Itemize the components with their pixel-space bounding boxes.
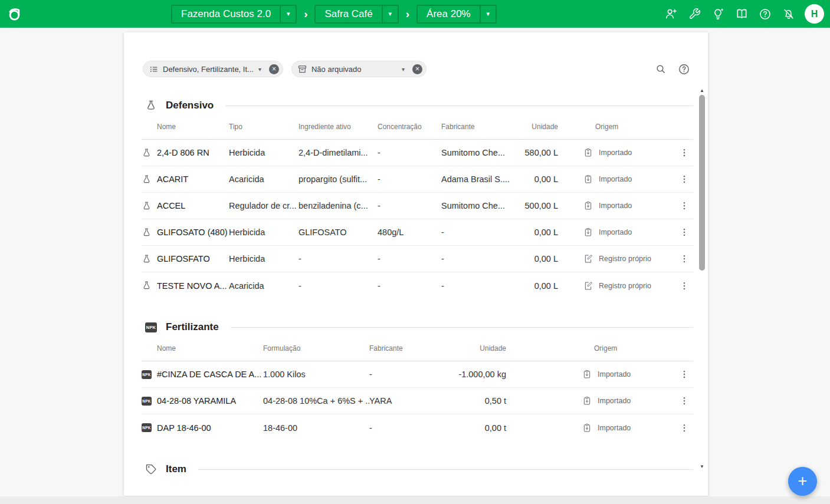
origin-label: Registro próprio	[599, 282, 651, 290]
column-header: Fabricante	[441, 123, 512, 131]
origin-label: Importado	[599, 202, 632, 210]
chevron-down-icon[interactable]: ▾	[280, 6, 296, 22]
own-record-icon	[583, 281, 593, 291]
season-selector[interactable]: Safra Café ▾	[314, 5, 398, 24]
add-input-fab[interactable]: +	[788, 467, 817, 496]
origin-cell: Importado	[581, 396, 670, 406]
page-help-button[interactable]	[676, 61, 691, 77]
table-row[interactable]: ACCELRegulador de cr...benziladenina (c.…	[142, 193, 693, 219]
cell: -	[298, 281, 378, 291]
filter-chip-category[interactable]: Defensivo, Fertilizante, It... ▾ ×	[143, 61, 283, 77]
cell: -	[378, 174, 441, 184]
cell: -	[369, 423, 451, 433]
flask-icon	[142, 174, 157, 185]
origin-label: Importado	[598, 397, 631, 405]
sections-container: DefensivoNomeTipoIngrediente ativoConcen…	[124, 100, 708, 475]
table-row[interactable]: GLIFOSATO (480)HerbicidaGLIFOSATO480g/L-…	[142, 219, 693, 246]
cell: Herbicida	[229, 254, 298, 263]
cell: Regulador de cr...	[229, 201, 298, 210]
column-header: Nome	[157, 123, 229, 131]
knowledge-base-button[interactable]	[734, 6, 749, 22]
farm-selector-label: Fazenda Custos 2.0	[172, 6, 280, 22]
suggestions-button[interactable]	[710, 6, 726, 22]
row-menu-button[interactable]	[675, 227, 693, 238]
cell: -	[378, 281, 441, 291]
import-icon	[582, 396, 592, 406]
help-icon	[759, 8, 772, 21]
import-icon	[583, 148, 593, 157]
table-row[interactable]: NPK04-28-08 YARAMILA04-28-08 10%Ca + 6%S…	[142, 388, 693, 414]
row-menu-button[interactable]	[675, 423, 693, 433]
table-row[interactable]: NPK#CINZA DE CASCA DE A...1.000 Kilos--1…	[142, 361, 693, 388]
book-icon	[735, 7, 749, 21]
origin-cell: Importado	[582, 201, 671, 210]
chevron-down-icon[interactable]: ▾	[382, 6, 398, 22]
cell: Acaricida	[229, 174, 298, 184]
cell: -	[298, 254, 378, 263]
section-divider	[198, 469, 693, 470]
origin-cell: Registro próprio	[582, 254, 671, 263]
table-row[interactable]: 2,4-D 806 RNHerbicida2,4-D-dimetilami...…	[142, 140, 693, 166]
row-menu-button[interactable]	[675, 369, 693, 380]
cell: 480g/L	[378, 228, 441, 237]
cell: 18-46-00	[263, 423, 369, 433]
vertical-scrollbar[interactable]: ▲ ▼	[698, 87, 706, 470]
row-menu-button[interactable]	[675, 281, 693, 291]
section-title: Defensivo	[166, 100, 214, 111]
origin-label: Importado	[599, 149, 632, 157]
column-header: Formulação	[263, 344, 369, 353]
breadcrumb-separator: ›	[304, 8, 307, 21]
import-icon	[583, 201, 593, 210]
tools-button[interactable]	[687, 6, 702, 22]
app-logo[interactable]	[3, 3, 25, 25]
row-menu-button[interactable]	[675, 147, 693, 158]
farm-selector[interactable]: Fazenda Custos 2.0 ▾	[171, 5, 297, 24]
table-row[interactable]: NPKDAP 18-46-0018-46-00-0,00 tImportado	[142, 414, 693, 441]
scroll-down-arrow[interactable]: ▼	[698, 463, 706, 470]
column-header: Fabricante	[369, 344, 451, 353]
row-menu-button[interactable]	[675, 200, 693, 211]
origin-label: Importado	[598, 370, 631, 378]
row-menu-button[interactable]	[675, 253, 693, 264]
invite-user-button[interactable]	[663, 6, 678, 22]
table-row[interactable]: ACARITAcaricidapropargito (sulfit...-Ada…	[142, 166, 693, 193]
section-item: Item	[142, 463, 693, 475]
area-selector[interactable]: Área 20% ▾	[416, 5, 497, 24]
chevron-down-icon[interactable]: ▾	[258, 66, 261, 73]
lightbulb-icon	[711, 8, 724, 21]
filters-row: Defensivo, Fertilizante, It... ▾ × Não a…	[124, 32, 708, 77]
search-button[interactable]	[653, 61, 668, 77]
table-header-row: NomeTipoIngrediente ativoConcentraçãoFab…	[142, 114, 693, 140]
help-button[interactable]	[757, 6, 773, 22]
import-icon	[582, 370, 592, 379]
npk-icon: NPK	[142, 397, 157, 406]
avatar[interactable]: H	[805, 4, 824, 24]
top-actions: H	[663, 4, 824, 24]
notifications-off-icon	[782, 8, 795, 21]
import-icon	[582, 423, 592, 433]
table-row[interactable]: GLIFOSFATOHerbicida---0,00 LRegistro pró…	[142, 246, 693, 272]
chevron-down-icon[interactable]: ▾	[402, 66, 405, 73]
origin-cell: Importado	[581, 423, 670, 433]
chevron-down-icon[interactable]: ▾	[480, 6, 496, 22]
clear-filter-button[interactable]: ×	[269, 64, 279, 74]
cell: 580,00 L	[512, 148, 559, 157]
scrollbar-thumb[interactable]	[699, 95, 705, 271]
origin-cell: Registro próprio	[582, 281, 671, 291]
list-icon	[149, 64, 159, 74]
notifications-off-button[interactable]	[781, 6, 796, 22]
table-row[interactable]: TESTE NOVO A...Acaricida---0,00 LRegistr…	[142, 272, 693, 299]
column-header: Nome	[157, 344, 263, 353]
origin-cell: Importado	[582, 174, 671, 184]
clear-filter-button[interactable]: ×	[412, 64, 422, 74]
origin-label: Importado	[599, 228, 632, 236]
column-header: Unidade	[512, 123, 559, 131]
filter-chip-archived[interactable]: Não arquivado ▾ ×	[291, 61, 427, 77]
section-divider	[231, 327, 693, 328]
scroll-up-arrow[interactable]: ▲	[698, 87, 706, 94]
import-icon	[583, 174, 593, 184]
person-add-icon	[664, 7, 678, 21]
cell: 04-28-08 YARAMILA	[157, 396, 263, 406]
row-menu-button[interactable]	[675, 174, 693, 185]
row-menu-button[interactable]	[675, 396, 693, 406]
